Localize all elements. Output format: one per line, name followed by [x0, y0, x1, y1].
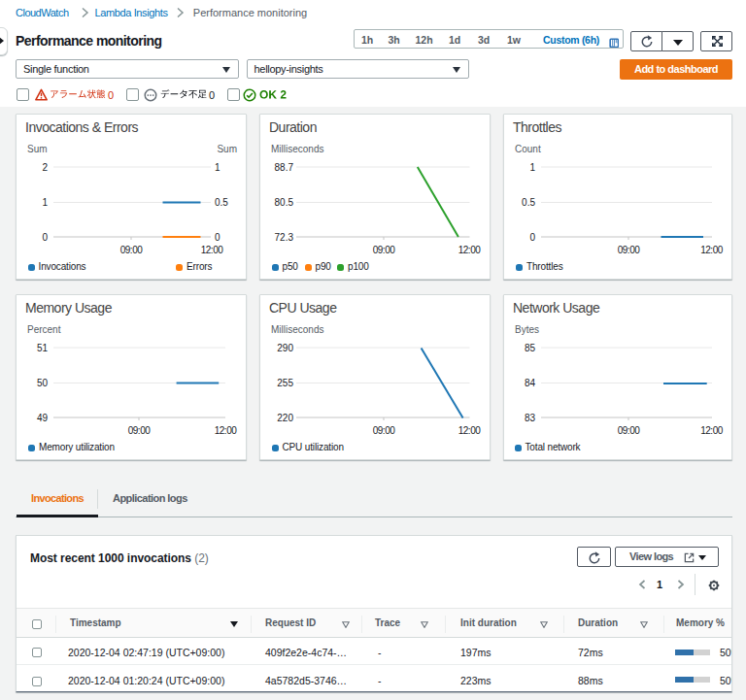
svg-text:83: 83: [525, 413, 536, 423]
svg-text:0.5: 0.5: [215, 197, 228, 208]
svg-text:255: 255: [277, 378, 293, 388]
svg-text:12:00: 12:00: [458, 425, 481, 436]
svg-text:2: 2: [42, 162, 48, 173]
svg-text:0.5: 0.5: [522, 197, 535, 208]
svg-text:85: 85: [525, 343, 536, 353]
svg-text:50: 50: [37, 378, 49, 388]
svg-text:12:00: 12:00: [700, 245, 723, 255]
svg-text:51: 51: [37, 343, 49, 353]
svg-text:88.7: 88.7: [275, 162, 294, 173]
svg-text:0: 0: [215, 232, 220, 243]
svg-text:1: 1: [529, 162, 535, 173]
svg-text:0: 0: [42, 232, 48, 243]
svg-text:12:00: 12:00: [215, 425, 237, 436]
svg-text:09:00: 09:00: [120, 245, 143, 255]
svg-text:0: 0: [529, 232, 535, 243]
svg-text:12:00: 12:00: [201, 245, 223, 255]
svg-text:84: 84: [525, 378, 536, 388]
svg-text:220: 220: [277, 413, 293, 423]
svg-text:09:00: 09:00: [373, 245, 395, 255]
svg-text:09:00: 09:00: [618, 245, 640, 255]
svg-text:09:00: 09:00: [128, 425, 151, 436]
svg-text:1: 1: [215, 162, 220, 173]
svg-text:290: 290: [277, 343, 293, 353]
svg-text:80.5: 80.5: [275, 197, 294, 208]
svg-text:72.3: 72.3: [275, 232, 294, 243]
svg-text:09:00: 09:00: [618, 425, 640, 436]
svg-text:1: 1: [42, 197, 48, 208]
svg-text:12:00: 12:00: [458, 245, 481, 255]
svg-text:09:00: 09:00: [373, 425, 395, 436]
svg-text:12:00: 12:00: [700, 425, 723, 436]
svg-text:49: 49: [37, 413, 49, 423]
